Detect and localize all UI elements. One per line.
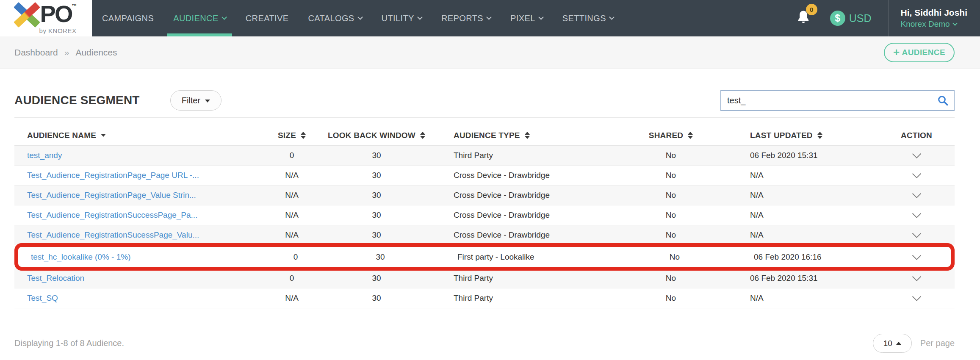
row-action-button[interactable]: [910, 190, 923, 200]
audience-name-link[interactable]: Test_Audience_RegistrationSuccessPage_Pa…: [27, 210, 197, 220]
nav-item-label: CAMPAIGNS: [102, 14, 154, 23]
column-header-lbw[interactable]: LOOK BACK WINDOW: [315, 131, 438, 140]
cell-look-back-window-value: 30: [376, 252, 385, 262]
search-button[interactable]: [937, 94, 949, 106]
top-nav: PO ™ by KNOREX CAMPAIGNSAUDIENCECREATIVE…: [0, 0, 980, 36]
cell-last-updated-value: 06 Feb 2020 16:16: [754, 252, 822, 262]
nav-item-catalogs[interactable]: CATALOGS: [308, 0, 362, 36]
add-audience-button[interactable]: + AUDIENCE: [884, 43, 955, 62]
cell-action: [878, 170, 955, 180]
column-label: LAST UPDATED: [750, 131, 813, 140]
column-header-name[interactable]: AUDIENCE NAME: [14, 131, 269, 140]
cell-size-value: N/A: [285, 171, 299, 180]
cell-audience-name: Test_Audience_RegistrationPage_Value Str…: [14, 191, 269, 200]
nav-item-creative[interactable]: CREATIVE: [246, 0, 289, 36]
logo-row: PO ™: [15, 2, 77, 27]
per-page-control: 10 Per page: [873, 334, 955, 353]
cell-size: N/A: [269, 294, 315, 303]
column-header-updated[interactable]: LAST UPDATED: [717, 131, 878, 140]
cell-audience-name: Test_Audience_RegistrationSucessPage_Val…: [14, 230, 269, 240]
user-menu[interactable]: Hi, Siddhi Joshi Knorex Demo: [888, 0, 980, 36]
currency-code: USD: [849, 12, 872, 25]
cell-audience-type-value: Cross Device - Drawbridge: [454, 210, 550, 220]
cell-audience-type-value: Third Party: [454, 274, 493, 283]
filter-button[interactable]: Filter: [170, 90, 221, 111]
notifications-button[interactable]: 0: [795, 9, 811, 28]
per-page-label: Per page: [920, 338, 955, 348]
nav-item-label: REPORTS: [441, 14, 483, 23]
row-action-button[interactable]: [910, 230, 923, 240]
per-page-value: 10: [883, 339, 892, 348]
audience-name-link[interactable]: Test_SQ: [27, 294, 58, 303]
audience-name-link[interactable]: Test_Audience_RegistrationPage_Value Str…: [27, 191, 196, 200]
cell-shared: No: [624, 191, 717, 200]
cell-size-value: 0: [290, 151, 294, 160]
filter-label: Filter: [182, 96, 200, 105]
cell-look-back-window-value: 30: [372, 294, 381, 303]
audience-name-link[interactable]: test_andy: [27, 151, 62, 160]
column-header-shared[interactable]: SHARED: [624, 131, 717, 140]
nav-item-audience[interactable]: AUDIENCE: [173, 0, 226, 36]
cell-last-updated-value: N/A: [750, 210, 764, 220]
column-label: SIZE: [278, 131, 296, 140]
cell-last-updated-value: 06 Feb 2020 15:31: [750, 274, 818, 283]
row-action-button[interactable]: [910, 293, 923, 303]
breadcrumb-item-dashboard[interactable]: Dashboard: [14, 47, 58, 58]
currency-selector[interactable]: $ USD: [830, 11, 872, 26]
table-row: Test_Audience_RegistrationPage_Value Str…: [14, 186, 955, 205]
column-header-size[interactable]: SIZE: [269, 131, 315, 140]
cell-last-updated: N/A: [717, 210, 878, 220]
row-action-button[interactable]: [910, 210, 923, 220]
table-row: Test_SQN/A30Third PartyNoN/A: [14, 288, 955, 308]
column-label: AUDIENCE TYPE: [454, 131, 520, 140]
account-name-label: Knorex Demo: [900, 19, 950, 29]
column-label: ACTION: [901, 131, 932, 140]
cell-size-value: 0: [293, 252, 298, 262]
table-row: Test_Audience_RegistrationPage_Page URL …: [14, 166, 955, 186]
table-footer: Displaying 1-8 of 8 Audience. 10 Per pag…: [14, 334, 955, 353]
cell-last-updated-value: N/A: [750, 171, 764, 180]
cell-audience-type-value: Third Party: [454, 294, 493, 303]
cell-audience-name: test_andy: [14, 151, 269, 160]
cell-look-back-window: 30: [315, 274, 438, 283]
cell-audience-name: Test_Audience_RegistrationPage_Page URL …: [14, 171, 269, 180]
nav-item-reports[interactable]: REPORTS: [441, 0, 491, 36]
nav-item-label: CATALOGS: [308, 14, 354, 23]
audience-name-link[interactable]: test_hc_lookalike (0% - 1%): [31, 252, 131, 262]
column-label: LOOK BACK WINDOW: [328, 131, 415, 140]
cell-shared: No: [624, 274, 717, 283]
cell-size: N/A: [269, 230, 315, 240]
nav-item-pixel[interactable]: PIXEL: [510, 0, 543, 36]
plus-icon: +: [893, 48, 900, 56]
audience-name-link[interactable]: Test_Audience_RegistrationSucessPage_Val…: [27, 230, 199, 240]
audience-name-link[interactable]: Test_Relocation: [27, 274, 84, 283]
cell-look-back-window-value: 30: [372, 210, 381, 220]
breadcrumb-separator: »: [64, 47, 69, 58]
table-body: test_andy030Third PartyNo06 Feb 2020 15:…: [14, 146, 955, 308]
cell-audience-type-value: Third Party: [454, 151, 493, 160]
nav-item-settings[interactable]: SETTINGS: [562, 0, 614, 36]
search-input[interactable]: [727, 96, 937, 105]
audience-name-link[interactable]: Test_Audience_RegistrationPage_Page URL …: [27, 171, 199, 180]
logo-x-graphic: [15, 3, 39, 27]
cell-look-back-window: 30: [315, 151, 438, 160]
cell-shared: No: [624, 210, 717, 220]
row-action-button[interactable]: [910, 170, 923, 180]
row-action-button[interactable]: [910, 252, 923, 262]
chevron-down-icon: [912, 272, 921, 281]
row-action-button[interactable]: [910, 150, 923, 161]
nav-item-label: PIXEL: [510, 14, 535, 23]
cell-size-value: N/A: [285, 294, 299, 303]
row-action-button[interactable]: [910, 273, 923, 283]
nav-item-utility[interactable]: UTILITY: [382, 0, 422, 36]
per-page-selector[interactable]: 10: [873, 334, 912, 353]
cell-last-updated-value: N/A: [750, 294, 764, 303]
cell-action: [878, 273, 955, 283]
sort-up-icon: [525, 132, 530, 135]
table-row: Test_Relocation030Third PartyNo06 Feb 20…: [14, 269, 955, 288]
cell-look-back-window: 30: [319, 252, 442, 262]
breadcrumb-item-audiences[interactable]: Audiences: [75, 47, 117, 58]
nav-item-campaigns[interactable]: CAMPAIGNS: [102, 0, 154, 36]
column-header-type[interactable]: AUDIENCE TYPE: [438, 131, 624, 140]
brand-logo[interactable]: PO ™ by KNOREX: [0, 0, 92, 36]
